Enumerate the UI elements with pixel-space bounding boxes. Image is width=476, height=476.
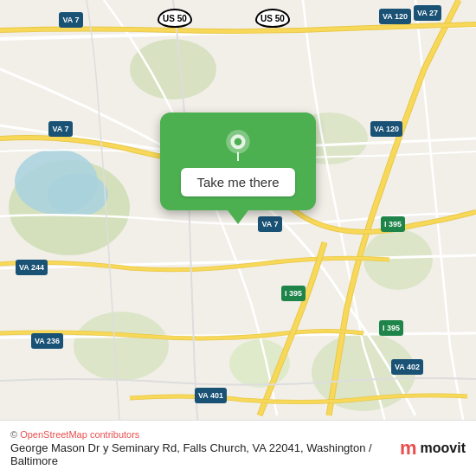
- shield-i395-lower-mid: I 395: [281, 286, 306, 301]
- shield-va401-lower: VA 401: [195, 388, 227, 403]
- moovit-m-icon: m: [400, 437, 417, 460]
- svg-point-1: [130, 39, 216, 100]
- svg-point-16: [235, 138, 242, 145]
- location-pin-icon: [222, 130, 254, 161]
- shield-va120-mid-right: VA 120: [370, 121, 402, 137]
- map-container: VA 7 US 50 US 50 VA 120 VA 27 VA 7 VA 12…: [0, 0, 476, 476]
- bottom-bar-left: © OpenStreetMap contributors George Maso…: [10, 429, 400, 467]
- popup-tail: [228, 210, 248, 224]
- shield-us50-top2: US 50: [255, 9, 290, 28]
- osm-link[interactable]: OpenStreetMap contributors: [20, 429, 139, 440]
- popup-box: Take me there: [160, 113, 316, 210]
- shield-va7-top-left: VA 7: [59, 12, 83, 28]
- svg-point-8: [48, 173, 108, 216]
- shield-va120-top-right: VA 120: [379, 9, 411, 24]
- shield-us50-top: US 50: [158, 9, 192, 28]
- map-popup: Take me there: [160, 113, 316, 224]
- shield-i395-mid-right: I 395: [381, 216, 405, 232]
- shield-va7-mid-left: VA 7: [48, 121, 73, 137]
- shield-i395-lower-right: I 395: [379, 320, 403, 336]
- shield-va27: VA 27: [414, 5, 441, 21]
- address-text: George Mason Dr y Seminary Rd, Falls Chu…: [10, 441, 400, 467]
- svg-point-4: [74, 312, 169, 381]
- map-svg: [0, 0, 476, 476]
- shield-va236-lower-left: VA 236: [31, 333, 63, 349]
- osm-credit: © OpenStreetMap contributors: [10, 429, 400, 440]
- moovit-logo: m moovit: [400, 437, 466, 460]
- bottom-bar: © OpenStreetMap contributors George Maso…: [0, 420, 476, 476]
- moovit-text: moovit: [421, 441, 466, 456]
- take-me-there-button[interactable]: Take me there: [181, 168, 294, 196]
- shield-va244-left: VA 244: [16, 260, 48, 275]
- shield-va402-lower-right: VA 402: [391, 359, 423, 375]
